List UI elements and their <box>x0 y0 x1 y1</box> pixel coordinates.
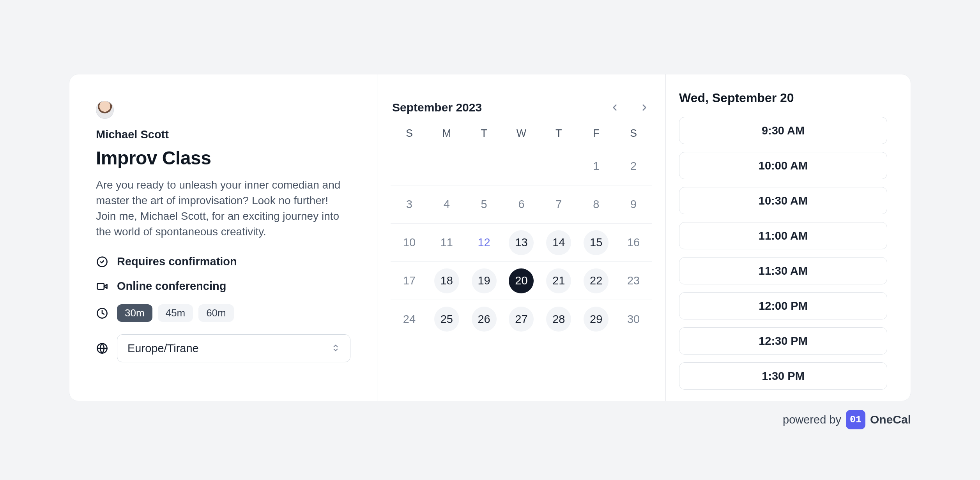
timezone-row: Europe/Tirane <box>96 334 350 362</box>
video-icon <box>96 280 108 293</box>
calendar-week-row: 24252627282930 <box>391 300 652 338</box>
calendar-day[interactable]: 29 <box>584 307 609 332</box>
timeslot-button[interactable]: 12:30 PM <box>679 327 887 355</box>
calendar-day[interactable]: 25 <box>434 307 459 332</box>
timeslot-button[interactable]: 10:30 AM <box>679 187 887 214</box>
calendar-day[interactable]: 21 <box>546 268 571 293</box>
calendar-day: 5 <box>472 192 497 217</box>
next-month-button[interactable] <box>638 101 651 114</box>
calendar-day[interactable]: 15 <box>584 230 609 255</box>
calendar-day: 17 <box>397 268 422 293</box>
calendar-week-row: 10111213141516 <box>391 224 652 262</box>
calendar-dow: T <box>465 127 503 139</box>
timeslot-button[interactable]: 10:00 AM <box>679 152 887 179</box>
calendar-day: 23 <box>621 268 646 293</box>
calendar-dow: T <box>540 127 577 139</box>
calendar-week-row: 3456789 <box>391 185 652 224</box>
online-conferencing-label: Online conferencing <box>117 280 226 293</box>
selected-date-label: Wed, September 20 <box>679 91 887 105</box>
calendar-week-row: 12 <box>391 147 652 185</box>
calendar-day[interactable]: 18 <box>434 268 459 293</box>
onecal-logo-badge: 01 <box>846 410 865 429</box>
calendar-dow: M <box>428 127 465 139</box>
timeslots-panel: Wed, September 20 9:30 AM10:00 AM10:30 A… <box>666 74 911 401</box>
avatar <box>96 101 114 119</box>
calendar-day: 30 <box>621 307 646 332</box>
calendar-day[interactable]: 22 <box>584 268 609 293</box>
calendar-day: 11 <box>434 230 459 255</box>
calendar-day[interactable]: 27 <box>509 307 534 332</box>
event-description: Are you ready to unleash your inner come… <box>96 177 350 240</box>
calendar-day: 16 <box>621 230 646 255</box>
duration-chip-30m[interactable]: 30m <box>117 304 152 322</box>
booking-card: Michael Scott Improv Class Are you ready… <box>69 74 911 401</box>
calendar-panel: September 2023 SMTWTFS 12345678910111213… <box>377 74 666 401</box>
calendar-dow: W <box>503 127 540 139</box>
host-name: Michael Scott <box>96 128 350 141</box>
calendar-dow: F <box>577 127 615 139</box>
duration-row: 30m45m60m <box>96 304 350 322</box>
calendar-day[interactable]: 26 <box>472 307 497 332</box>
calendar-dow-row: SMTWTFS <box>391 127 652 139</box>
calendar-day[interactable]: 20 <box>509 268 534 293</box>
calendar-week-row: 17181920212223 <box>391 262 652 300</box>
calendar-month-label: September 2023 <box>392 101 482 114</box>
timezone-select[interactable]: Europe/Tirane <box>117 334 350 362</box>
globe-icon <box>96 342 108 355</box>
timeslot-button[interactable]: 11:00 AM <box>679 222 887 249</box>
calendar-day[interactable]: 13 <box>509 230 534 255</box>
calendar-day[interactable]: 28 <box>546 307 571 332</box>
timeslot-button[interactable]: 1:30 PM <box>679 362 887 390</box>
calendar-header: September 2023 <box>391 101 652 127</box>
onecal-brand-name: OneCal <box>870 413 911 426</box>
requires-confirmation-label: Requires confirmation <box>117 255 237 268</box>
prev-month-button[interactable] <box>609 101 621 114</box>
timezone-value: Europe/Tirane <box>127 342 199 355</box>
calendar-day: 2 <box>621 154 646 179</box>
event-title: Improv Class <box>96 147 350 169</box>
calendar-dow: S <box>615 127 652 139</box>
calendar-day: 4 <box>434 192 459 217</box>
calendar-day: 1 <box>584 154 609 179</box>
chevrons-up-down-icon <box>331 342 340 355</box>
powered-by-text: powered by <box>783 413 841 426</box>
calendar-day[interactable]: 14 <box>546 230 571 255</box>
calendar-day: 8 <box>584 192 609 217</box>
requires-confirmation-row: Requires confirmation <box>96 255 350 268</box>
timeslot-button[interactable]: 9:30 AM <box>679 117 887 144</box>
calendar-grid: 1234567891011121314151617181920212223242… <box>391 147 652 338</box>
check-circle-icon <box>96 256 108 268</box>
calendar-nav <box>609 101 651 114</box>
calendar-day: 6 <box>509 192 534 217</box>
calendar-day[interactable]: 19 <box>472 268 497 293</box>
calendar-day: 10 <box>397 230 422 255</box>
calendar-day: 9 <box>621 192 646 217</box>
timeslot-button[interactable]: 12:00 PM <box>679 292 887 319</box>
event-info-panel: Michael Scott Improv Class Are you ready… <box>69 74 377 401</box>
timeslot-button[interactable]: 11:30 AM <box>679 257 887 284</box>
calendar-dow: S <box>391 127 428 139</box>
duration-chips: 30m45m60m <box>117 304 234 322</box>
calendar-day[interactable]: 12 <box>472 230 497 255</box>
online-conferencing-row: Online conferencing <box>96 280 350 293</box>
powered-by-footer: powered by 01 OneCal <box>69 410 911 429</box>
calendar-day: 24 <box>397 307 422 332</box>
svg-rect-1 <box>97 283 104 289</box>
clock-icon <box>96 307 108 319</box>
duration-chip-60m[interactable]: 60m <box>198 304 234 322</box>
timeslot-list: 9:30 AM10:00 AM10:30 AM11:00 AM11:30 AM1… <box>679 117 887 390</box>
calendar-day: 7 <box>546 192 571 217</box>
calendar-day: 3 <box>397 192 422 217</box>
duration-chip-45m[interactable]: 45m <box>158 304 193 322</box>
